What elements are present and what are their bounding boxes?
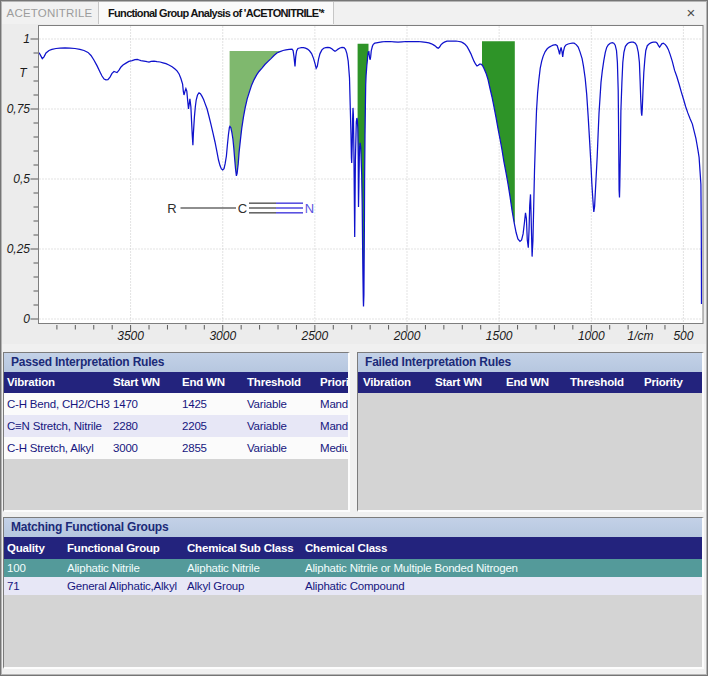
table-header-row: VibrationStart WNEnd WNThresholdPriority [4, 372, 348, 393]
molecule-n-label: N [305, 201, 314, 216]
column-header[interactable]: Quality [7, 537, 45, 559]
x-tick-label: 3000 [209, 329, 236, 343]
column-header[interactable]: Chemical Class [305, 537, 387, 559]
column-header[interactable]: Start WN [435, 372, 482, 393]
panel-passed-interpretation-rules: Passed Interpretation RulesVibrationStar… [3, 352, 350, 512]
table-cell: 2280 [113, 415, 138, 437]
table-cell: Medium [320, 437, 350, 459]
column-header[interactable]: Priority [320, 372, 350, 393]
table-cell: C≡N Stretch, Nitrile [7, 415, 102, 437]
x-tick-label: 2500 [301, 329, 329, 343]
panel-title: Failed Interpretation Rules [358, 353, 702, 372]
x-tick-label: 3500 [117, 329, 144, 343]
column-header[interactable]: End WN [182, 372, 225, 393]
table-cell: General Aliphatic,Alkyl [67, 577, 177, 595]
table-cell: Aliphatic Nitrile [187, 559, 260, 577]
table-cell: Aliphatic Nitrile or Multiple Bonded Nit… [305, 559, 518, 577]
x-tick-label: 2000 [393, 329, 421, 343]
table-row[interactable]: 71General Aliphatic,AlkylAlkyl GroupAlip… [4, 577, 702, 595]
y-tick-label: 0,5 [13, 172, 30, 186]
table-cell: Aliphatic Nitrile [67, 559, 140, 577]
table-cell: Alkyl Group [187, 577, 244, 595]
table-cell: C-H Stretch, Alkyl [7, 437, 94, 459]
y-tick-label: 1 [23, 32, 30, 46]
table-cell: 1470 [113, 393, 138, 415]
x-tick-label: 1500 [486, 329, 513, 343]
molecule-c-label: C [238, 201, 247, 216]
column-header[interactable]: Start WN [113, 372, 160, 393]
table-header-row: QualityFunctional GroupChemical Sub Clas… [4, 537, 702, 559]
table-cell: Mandatory [320, 393, 350, 415]
table-cell: 3000 [113, 437, 138, 459]
table-cell: Aliphatic Compound [305, 577, 404, 595]
table-cell: 2855 [182, 437, 207, 459]
panel-title: Passed Interpretation Rules [4, 353, 348, 372]
panel-failed-interpretation-rules: Failed Interpretation RulesVibrationStar… [357, 352, 704, 512]
plot-box [39, 26, 704, 324]
x-tick-label: 500 [673, 329, 693, 343]
tab-bar: ACETONITRILE Functional Group Analysis o… [2, 2, 706, 24]
table-cell: Variable [247, 437, 287, 459]
table-cell: Variable [247, 415, 287, 437]
tab-functional-group-analysis[interactable]: Functional Group Analysis of 'ACETONITRI… [98, 2, 334, 24]
column-header[interactable]: Vibration [363, 372, 411, 393]
panel-matching-functional-groups: Matching Functional GroupsQualityFunctio… [3, 517, 704, 669]
close-icon[interactable]: × [682, 2, 700, 24]
column-header[interactable]: Chemical Sub Class [187, 537, 293, 559]
column-header[interactable]: Functional Group [67, 537, 160, 559]
table-row[interactable]: C-H Stretch, Alkyl30002855VariableMedium [4, 437, 348, 459]
table-cell: 1425 [182, 393, 207, 415]
table-cell: 100 [7, 559, 26, 577]
table-cell: Mandatory [320, 415, 350, 437]
column-header[interactable]: Threshold [570, 372, 624, 393]
column-header[interactable]: Vibration [7, 372, 55, 393]
y-tick-label: 0,75 [7, 102, 31, 116]
tab-acetonitrile[interactable]: ACETONITRILE [2, 2, 97, 24]
table-cell: C-H Bend, CH2/CH3 [7, 393, 110, 415]
table-cell: 71 [7, 577, 19, 595]
column-header[interactable]: Priority [644, 372, 683, 393]
table-header-row: VibrationStart WNEnd WNThresholdPriority [358, 372, 702, 393]
x-tick-label: 1000 [578, 329, 605, 343]
x-axis-unit-label: 1/cm [627, 329, 653, 343]
table-cell: 2205 [182, 415, 207, 437]
table-cell: Variable [247, 393, 287, 415]
y-tick-label: 0 [23, 312, 30, 326]
y-tick-label: 0,25 [7, 242, 31, 256]
table-row[interactable]: C≡N Stretch, Nitrile22802205VariableMand… [4, 415, 348, 437]
panel-title: Matching Functional Groups [4, 518, 702, 537]
molecule-r-label: R [167, 201, 176, 216]
table-row[interactable]: C-H Bend, CH2/CH314701425VariableMandato… [4, 393, 348, 415]
table-row[interactable]: 100Aliphatic NitrileAliphatic NitrileAli… [4, 559, 702, 577]
column-header[interactable]: End WN [506, 372, 549, 393]
spectrum-plot: 3500300025002000150010005001/cm10,750,50… [2, 24, 706, 344]
column-header[interactable]: Threshold [247, 372, 301, 393]
